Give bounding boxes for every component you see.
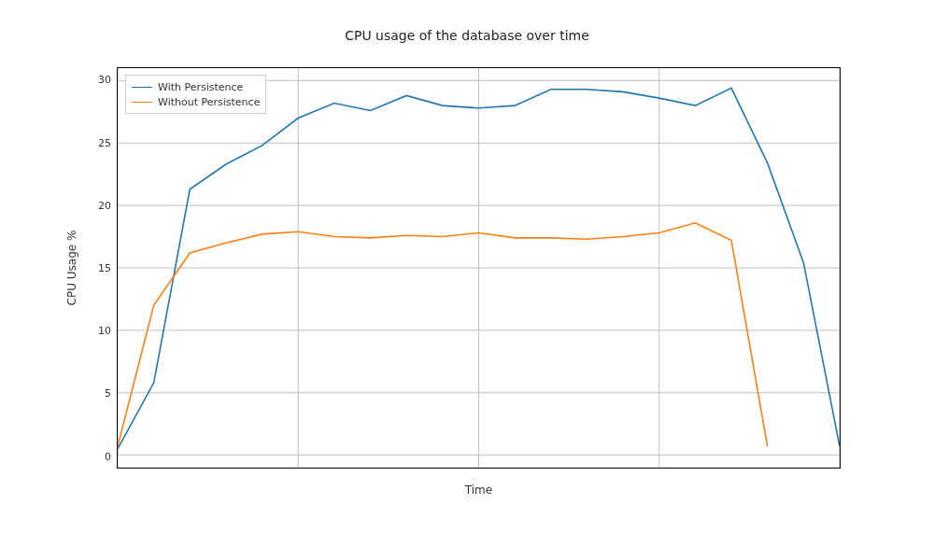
y-tick-label: 15 bbox=[91, 262, 111, 274]
legend-entry-with-persistence: With Persistence bbox=[132, 79, 260, 94]
y-axis-label: CPU Usage % bbox=[65, 231, 78, 306]
grid-group bbox=[118, 68, 840, 468]
plot-area bbox=[117, 67, 841, 469]
plot-svg bbox=[118, 68, 840, 468]
legend-label: Without Persistence bbox=[158, 96, 260, 108]
y-tick-label: 30 bbox=[91, 74, 111, 86]
y-tick-label: 25 bbox=[91, 136, 111, 148]
figure: CPU usage of the database over time CPU … bbox=[0, 0, 934, 560]
legend-label: With Persistence bbox=[158, 81, 243, 93]
y-tick-label: 0 bbox=[91, 450, 111, 462]
legend: With Persistence Without Persistence bbox=[125, 75, 266, 114]
line-series-without-persistence bbox=[118, 223, 768, 446]
legend-entry-without-persistence: Without Persistence bbox=[132, 94, 260, 109]
y-axis-label-container: CPU Usage % bbox=[65, 67, 78, 469]
chart-title: CPU usage of the database over time bbox=[0, 28, 934, 43]
x-axis-label: Time bbox=[117, 483, 841, 497]
legend-swatch-icon bbox=[132, 87, 152, 88]
legend-swatch-icon bbox=[132, 102, 152, 103]
y-tick-label: 10 bbox=[91, 325, 111, 337]
y-tick-label: 20 bbox=[91, 199, 111, 211]
y-tick-label: 5 bbox=[91, 387, 111, 399]
